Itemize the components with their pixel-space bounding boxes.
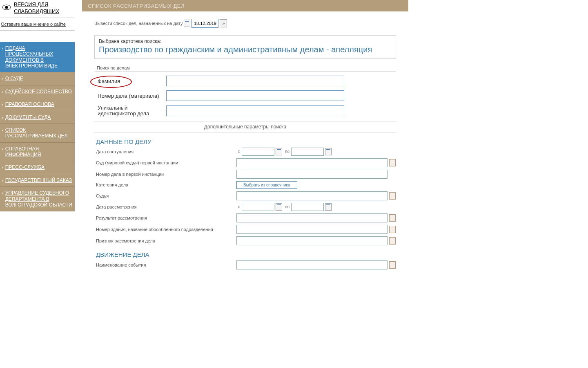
chevron-right-icon: ›	[2, 46, 3, 51]
sidebar-item-order[interactable]: › ГОСУДАРСТВЕННЫЙ ЗАКАЗ	[0, 174, 75, 187]
date-hearing-label: Дата рассмотрения	[94, 204, 236, 209]
calendar-icon[interactable]	[325, 148, 332, 155]
calendar-icon[interactable]	[276, 203, 282, 211]
date-hearing-to[interactable]	[291, 203, 324, 211]
accessibility-link[interactable]: ВЕРСИЯ ДЛЯ СЛАБОВИДЯЩИХ	[14, 1, 73, 15]
sidebar-item-press[interactable]: › ПРЕСС-СЛУЖБА	[0, 161, 75, 174]
chevron-right-icon: ›	[2, 165, 3, 170]
search-title: Производство по гражданским и администра…	[99, 45, 392, 54]
court-first-input[interactable]	[236, 158, 388, 167]
sidebar-item-dept[interactable]: › УПРАВЛЕНИЕ СУДЕБНОГО ДЕПАРТАМЕНТА В ВО…	[0, 187, 75, 211]
chevron-right-icon: ›	[2, 191, 3, 195]
case-no-first-input[interactable]	[236, 170, 388, 179]
sidebar-item-info[interactable]: › СПРАВОЧНАЯ ИНФОРМАЦИЯ	[0, 143, 75, 162]
section-case-title: ДАННЫЕ ПО ДЕЛУ	[96, 138, 396, 145]
date-received-to[interactable]	[291, 148, 324, 156]
case-no-first-label: Номер дела в первой инстанции	[94, 172, 236, 177]
chevron-right-icon: ›	[2, 128, 3, 132]
lookup-icon[interactable]	[389, 214, 396, 222]
eye-icon	[2, 2, 11, 13]
page-title: СПИСОК РАССМАТРИВАЕМЫХ ДЕЛ	[82, 0, 408, 11]
judge-label: Судья	[94, 193, 236, 198]
building-label: Номер здания, название обособленного под…	[94, 227, 236, 232]
date-received-label: Дата поступления	[94, 149, 236, 154]
lookup-icon[interactable]	[389, 226, 396, 233]
sidebar-item-community[interactable]: › СУДЕЙСКОЕ СООБЩЕСТВО	[0, 85, 75, 98]
lookup-icon[interactable]	[389, 192, 396, 200]
lookup-icon[interactable]	[389, 237, 396, 245]
case-number-label: Номер дела (материала)	[94, 93, 163, 99]
uid-input[interactable]	[166, 105, 344, 116]
feedback-link[interactable]: Оставьте ваше мнение о сайте	[1, 22, 66, 27]
chevron-right-icon: ›	[2, 178, 3, 183]
date-received-from[interactable]	[242, 148, 274, 156]
chevron-right-icon: ›	[2, 89, 3, 94]
chevron-right-icon: ›	[2, 76, 3, 81]
event-input[interactable]	[236, 260, 388, 269]
lastname-label: Фамилия	[98, 78, 120, 84]
chevron-right-icon: ›	[2, 102, 3, 107]
lastname-input[interactable]	[166, 76, 344, 86]
sidebar-item-legal[interactable]: › ПРАВОВАЯ ОСНОВА	[0, 98, 75, 111]
date-hearing-from[interactable]	[242, 203, 274, 211]
lookup-icon[interactable]	[389, 261, 396, 269]
reference-button[interactable]: Выбрать из справочника	[236, 181, 297, 189]
advanced-header: Дополнительные параметры поиска	[94, 121, 396, 132]
court-first-label: Суд (мировой судья) первой инстанции	[94, 160, 236, 165]
building-input[interactable]	[236, 225, 388, 234]
date-prefix: Вывести список дел, назначенных на дату	[94, 21, 183, 26]
calendar-icon[interactable]	[184, 20, 190, 27]
fieldset-label: Поиск по делам	[95, 65, 131, 70]
sidebar: › ПОДАЧА ПРОЦЕССУАЛЬНЫХ ДОКУМЕНТОВ В ЭЛЕ…	[0, 42, 75, 212]
uid-label: Уникальный идентификатор дела	[94, 105, 163, 117]
date-input[interactable]	[192, 19, 218, 28]
search-selected-label: Выбрана картотека поиска:	[99, 38, 392, 44]
sidebar-item-docs[interactable]: › ДОКУМЕНТЫ СУДА	[0, 111, 75, 124]
lookup-icon[interactable]	[389, 159, 396, 166]
section-move-title: ДВИЖЕНИЕ ДЕЛА	[96, 251, 396, 258]
sidebar-item-cases[interactable]: › СПИСОК РАССМАТРИВАЕМЫХ ДЕЛ	[0, 124, 75, 143]
result-label: Результат рассмотрения	[94, 215, 236, 220]
svg-point-1	[5, 6, 8, 9]
category-label: Категория дела	[94, 182, 236, 187]
case-number-input[interactable]	[166, 90, 344, 101]
calendar-icon[interactable]	[276, 148, 282, 155]
result-input[interactable]	[236, 213, 388, 222]
sidebar-item-about[interactable]: › О СУДЕ	[0, 72, 75, 85]
calendar-icon[interactable]	[325, 203, 332, 211]
go-button[interactable]: »	[220, 19, 227, 27]
chevron-right-icon: ›	[2, 115, 3, 120]
sign-input[interactable]	[236, 236, 388, 245]
sign-label: Признак рассмотрения дела	[94, 238, 236, 243]
sidebar-item-filing[interactable]: › ПОДАЧА ПРОЦЕССУАЛЬНЫХ ДОКУМЕНТОВ В ЭЛЕ…	[0, 42, 75, 73]
judge-input[interactable]	[236, 191, 388, 200]
event-label: Наименование события	[94, 263, 236, 267]
chevron-right-icon: ›	[2, 146, 3, 151]
